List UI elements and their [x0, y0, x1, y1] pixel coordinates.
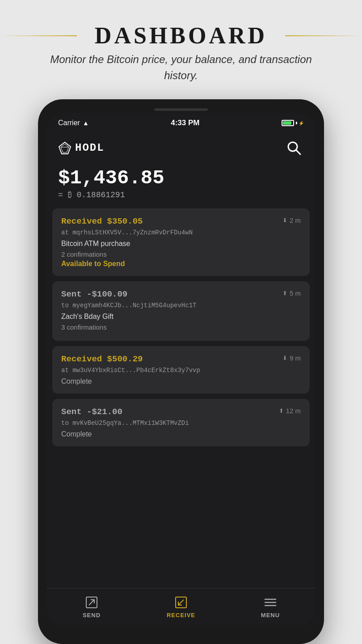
tx-time: ⬆ 5 m	[282, 289, 301, 297]
tx-address: to myegYamh4KCJb...NcjtiM5G4upevHc1T	[61, 302, 301, 309]
phone-notch	[154, 108, 208, 111]
balance-btc-prefix: = ₿	[58, 191, 72, 199]
carrier-label: Carrier	[58, 119, 80, 127]
nav-receive-label: RECEIVE	[167, 612, 195, 619]
transaction-item[interactable]: Sent -$100.09 ⬆ 5 m to myegYamh4KCJb...N…	[52, 281, 310, 341]
page-header: DASHBOARD Monitor the Bitcoin price, you…	[0, 0, 362, 93]
tx-time-value: 9 m	[290, 354, 301, 362]
tx-top-row: Received $500.29 ⬇ 9 m	[61, 354, 301, 364]
tx-top-row: Sent -$21.00 ⬆ 12 m	[61, 407, 301, 417]
status-time: 4:33 PM	[171, 119, 199, 127]
tx-status: Complete	[61, 430, 301, 438]
tx-time-value: 12 m	[286, 407, 301, 415]
phone-notch-area	[47, 108, 315, 111]
tx-amount: Received $500.29	[61, 354, 143, 364]
svg-marker-1	[61, 144, 69, 153]
tx-type-icon: ⬇	[282, 217, 287, 224]
send-icon	[84, 595, 99, 610]
transaction-item[interactable]: Received $500.29 ⬇ 9 m at mw3uV4YbxRisCt…	[52, 346, 310, 394]
tx-type-icon: ⬆	[282, 290, 287, 297]
phone-screen: Carrier ▲ 4:33 PM ⚡	[47, 113, 315, 627]
tx-amount: Sent -$100.09	[61, 289, 127, 299]
transaction-item[interactable]: Received $350.05 ⬇ 2 m at mqrhsLStHXV5V.…	[52, 208, 310, 276]
tx-amount: Sent -$21.00	[61, 407, 122, 417]
battery-tip	[296, 122, 297, 124]
tx-top-row: Received $350.05 ⬇ 2 m	[61, 216, 301, 226]
menu-icon	[263, 595, 278, 610]
battery-fill	[283, 121, 291, 125]
balance-section: $1,436.85 = ₿ 0.18861291	[47, 162, 315, 208]
tx-label: Bitcoin ATM purchase	[61, 240, 301, 248]
header-decoration: DASHBOARD	[0, 22, 362, 49]
battery-body	[282, 120, 294, 126]
search-button[interactable]	[284, 138, 304, 158]
transactions-list: Received $350.05 ⬇ 2 m at mqrhsLStHXV5V.…	[47, 208, 315, 588]
app-content: HODL $1,436.85 = ₿ 0.18861291	[47, 131, 315, 627]
page-subtitle: Monitor the Bitcoin price, your balance,…	[47, 51, 315, 84]
nav-menu-label: MENU	[261, 612, 280, 619]
bottom-nav: SEND RECEIVE MENU	[47, 588, 315, 627]
nav-send-label: SEND	[83, 612, 101, 619]
tx-time-value: 5 m	[290, 289, 301, 297]
balance-btc-value: 0.18861291	[76, 191, 125, 199]
search-icon	[286, 140, 303, 157]
svg-line-8	[178, 600, 184, 605]
tx-type-icon: ⬇	[282, 355, 287, 361]
app-logo: HODL	[58, 141, 105, 155]
tx-time: ⬇ 2 m	[282, 216, 301, 224]
tx-confirmations: 2 confirmations	[61, 250, 301, 258]
svg-line-4	[296, 150, 300, 154]
balance-usd: $1,436.85	[58, 167, 304, 189]
tx-time-value: 2 m	[290, 216, 301, 224]
tx-top-row: Sent -$100.09 ⬆ 5 m	[61, 289, 301, 299]
nav-receive-button[interactable]: RECEIVE	[136, 595, 226, 619]
tx-address: to mvKvBeU25gqYa...MTMxi1W3KTMvZDi	[61, 419, 301, 427]
status-bar: Carrier ▲ 4:33 PM ⚡	[47, 113, 315, 131]
transaction-item[interactable]: Sent -$21.00 ⬆ 12 m to mvKvBeU25gqYa...M…	[52, 399, 310, 446]
header-line-left	[0, 35, 77, 36]
battery-charging-icon: ⚡	[299, 121, 304, 126]
tx-time: ⬆ 12 m	[279, 407, 301, 415]
tx-status: Available to Spend	[61, 260, 301, 268]
tx-address: at mqrhsLStHXV5V...7yZnzmRvDrFDu4wN	[61, 229, 301, 236]
tx-amount: Received $350.05	[61, 216, 143, 226]
nav-menu-button[interactable]: MENU	[226, 595, 315, 619]
battery-indicator: ⚡	[282, 120, 304, 126]
tx-address: at mw3uV4YbxRisCt...Pb4cErkZt8x3y7vvp	[61, 367, 301, 374]
nav-send-button[interactable]: SEND	[47, 595, 136, 619]
app-header: HODL	[47, 131, 315, 162]
logo-text: HODL	[75, 142, 105, 154]
tx-confirmations: 3 confirmations	[61, 323, 301, 331]
wifi-icon: ▲	[83, 119, 89, 127]
header-line-right	[285, 35, 362, 36]
phone-frame: Carrier ▲ 4:33 PM ⚡	[38, 99, 324, 644]
status-carrier: Carrier ▲	[58, 119, 89, 127]
tx-time: ⬇ 9 m	[282, 354, 301, 362]
tx-status: Complete	[61, 377, 301, 386]
tx-type-icon: ⬆	[279, 407, 284, 414]
balance-btc: = ₿ 0.18861291	[58, 190, 304, 199]
logo-diamond-icon	[58, 141, 72, 155]
page-title: DASHBOARD	[86, 22, 276, 49]
receive-icon	[174, 595, 188, 610]
svg-line-6	[89, 600, 94, 605]
tx-label: Zach's Bday Gift	[61, 313, 301, 321]
